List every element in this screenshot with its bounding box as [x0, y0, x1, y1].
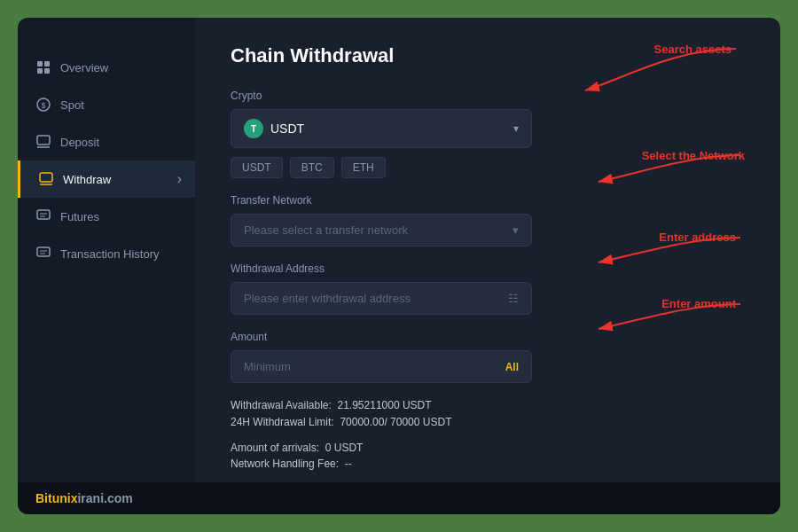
- quick-btn-usdt[interactable]: USDT: [231, 157, 283, 178]
- sidebar-item-label: Spot: [60, 98, 84, 112]
- network-label: Transfer Network: [231, 194, 532, 207]
- amount-placeholder: Minimum: [244, 360, 291, 373]
- crypto-select-left: T USDT: [244, 119, 304, 138]
- sidebar-item-futures[interactable]: Futures: [18, 198, 195, 235]
- available-label: Withdrawal Available:: [231, 399, 332, 411]
- crypto-select[interactable]: T USDT ▾: [231, 109, 532, 148]
- address-input[interactable]: Please enter withdrawal address ☷: [231, 282, 532, 315]
- sidebar-item-overview[interactable]: Overview: [18, 49, 195, 86]
- sidebar-item-label: Futures: [60, 210, 99, 223]
- network-select[interactable]: Please select a transfer network ▾: [231, 214, 532, 246]
- amount-label: Amount: [231, 331, 532, 343]
- svg-text:$: $: [41, 101, 45, 110]
- sidebar-item-deposit[interactable]: Deposit: [18, 123, 195, 160]
- main-container: Overview $ Spot Deposit Withdraw Futures: [18, 18, 780, 514]
- brand-logo: Bitunixirani.com: [35, 491, 133, 505]
- brand-bit: Bitunix: [35, 491, 77, 505]
- amount-input[interactable]: Minimum All: [231, 350, 532, 383]
- arrivals-row: Amount of arrivals: 0 USDT: [231, 442, 532, 454]
- svg-rect-3: [44, 68, 50, 74]
- available-value: 21.95211000 USDT: [338, 399, 432, 411]
- sidebar-item-spot[interactable]: $ Spot: [18, 86, 195, 123]
- fee-value: --: [345, 458, 352, 470]
- sidebar-item-label: Transaction History: [60, 247, 160, 261]
- sidebar-item-transaction-history[interactable]: Transaction History: [18, 235, 195, 272]
- info-section: Withdrawal Available: 21.95211000 USDT 2…: [231, 399, 532, 428]
- svg-rect-2: [37, 68, 43, 74]
- network-chevron-icon: ▾: [512, 223, 519, 237]
- chevron-down-icon: ▾: [513, 122, 519, 135]
- selected-crypto-text: USDT: [270, 121, 304, 136]
- quick-btn-eth[interactable]: ETH: [341, 157, 386, 178]
- svg-rect-0: [37, 61, 43, 66]
- sidebar-item-label: Withdraw: [63, 173, 111, 186]
- fee-label: Network Handling Fee:: [231, 458, 339, 470]
- address-placeholder: Please enter withdrawal address: [244, 292, 411, 305]
- svg-rect-8: [40, 173, 52, 182]
- sidebar-item-label: Overview: [60, 61, 108, 74]
- bottom-bar: Bitunixirani.com: [18, 482, 780, 514]
- sidebar-item-withdraw[interactable]: Withdraw: [18, 160, 195, 198]
- address-label: Withdrawal Address: [231, 262, 532, 275]
- limit-value: 70000.00/ 70000 USDT: [340, 416, 451, 428]
- quick-select-btns: USDT BTC ETH: [231, 157, 532, 178]
- coin-icon: $: [35, 97, 51, 113]
- limit-label: 24H Withdrawal Limit:: [231, 416, 334, 428]
- deposit-icon: [35, 134, 51, 150]
- main-content: Chain Withdrawal Crypto T USDT ▾ USDT BT…: [195, 18, 780, 514]
- futures-icon: [35, 208, 51, 224]
- arrivals-value: 0 USDT: [325, 442, 364, 454]
- crypto-label: Crypto: [231, 90, 532, 102]
- arrivals-label: Amount of arrivals:: [231, 442, 319, 454]
- brand-rest: irani.com: [77, 491, 132, 505]
- sidebar: Overview $ Spot Deposit Withdraw Futures: [18, 18, 195, 514]
- history-icon: [35, 246, 51, 262]
- available-row: Withdrawal Available: 21.95211000 USDT: [231, 399, 532, 411]
- grid-icon: [35, 59, 51, 75]
- amount-all-btn[interactable]: All: [505, 361, 519, 373]
- svg-rect-10: [37, 210, 50, 219]
- limit-row: 24H Withdrawal Limit: 70000.00/ 70000 US…: [231, 416, 532, 428]
- svg-rect-1: [44, 61, 50, 66]
- network-placeholder: Please select a transfer network: [244, 223, 408, 237]
- svg-rect-6: [37, 136, 50, 145]
- fee-row: Network Handling Fee: --: [231, 458, 532, 470]
- sidebar-item-label: Deposit: [60, 136, 99, 149]
- quick-btn-btc[interactable]: BTC: [290, 157, 334, 178]
- usdt-icon: T: [244, 119, 263, 138]
- arrival-section: Amount of arrivals: 0 USDT Network Handl…: [231, 442, 532, 470]
- address-book-icon: ☷: [508, 292, 519, 305]
- svg-rect-13: [37, 247, 50, 256]
- form-section: Crypto T USDT ▾ USDT BTC ETH Transfer Ne…: [231, 90, 532, 514]
- withdraw-icon: [38, 171, 54, 187]
- page-title: Chain Withdrawal: [231, 44, 745, 67]
